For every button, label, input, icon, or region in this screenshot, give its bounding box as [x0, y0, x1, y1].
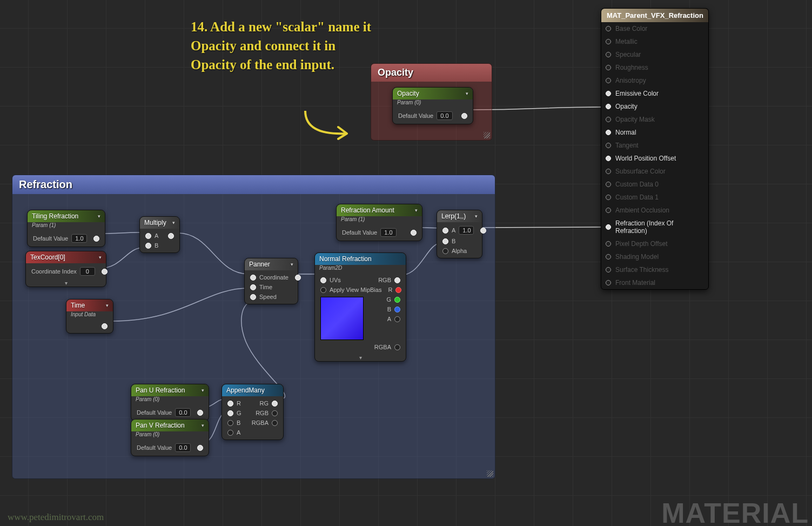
node-lerp[interactable]: Lerp(1,,)▾ A1.0 B Alpha [437, 210, 482, 258]
node-pan-u[interactable]: Pan U Refraction▾ Param (0) Default Valu… [131, 384, 209, 421]
node-panner[interactable]: Panner▾ Coordinate Time Speed [244, 258, 298, 304]
input-pin[interactable] [606, 143, 611, 148]
output-pin[interactable] [197, 445, 203, 451]
input-pin[interactable] [606, 182, 611, 187]
node-refraction-amount[interactable]: Refraction Amount▾ Param (1) Default Val… [336, 204, 422, 241]
value-input[interactable]: 0.0 [175, 443, 191, 452]
pin-time[interactable] [250, 284, 256, 290]
pin-speed[interactable] [250, 294, 256, 300]
input-pin[interactable] [606, 39, 611, 44]
material-pin-tangent[interactable]: Tangent [601, 139, 708, 152]
node-header[interactable]: Panner▾ [245, 258, 298, 270]
input-pin[interactable] [606, 280, 611, 285]
chevron-down-icon[interactable]: ▾ [291, 262, 293, 267]
material-pin-refraction-index-of-refraction-[interactable]: Refraction (Index Of Refraction) [601, 217, 708, 237]
pin-rg-out[interactable] [272, 401, 278, 407]
pin-a[interactable] [394, 316, 400, 322]
pin-r-in[interactable] [227, 401, 233, 407]
material-output-node[interactable]: MAT_Parent_VFX_Refraction Base ColorMeta… [601, 8, 709, 290]
value-input[interactable]: 0.0 [437, 111, 452, 120]
pin-b-in[interactable] [227, 420, 233, 426]
input-pin[interactable] [606, 117, 611, 122]
node-header[interactable]: AppendMany [222, 384, 283, 396]
node-header[interactable]: Time▾ [66, 299, 113, 311]
expand-toggle[interactable]: ▾ [26, 279, 106, 287]
material-pin-opacity[interactable]: Opacity [601, 100, 708, 113]
node-time[interactable]: Time▾ Input Data [66, 299, 113, 334]
node-header[interactable]: Lerp(1,,)▾ [437, 210, 482, 222]
material-pin-roughness[interactable]: Roughness [601, 61, 708, 74]
node-header[interactable]: Opacity▾ [393, 88, 473, 99]
material-pin-custom-data-0[interactable]: Custom Data 0 [601, 178, 708, 191]
material-pin-world-position-offset[interactable]: World Position Offset [601, 152, 708, 165]
pin-r[interactable] [395, 287, 401, 293]
node-header[interactable]: Tiling Refraction▾ [28, 210, 105, 222]
pin-a[interactable] [145, 233, 151, 239]
pin-b[interactable] [145, 243, 151, 249]
output-pin[interactable] [461, 113, 467, 119]
chevron-down-icon[interactable]: ▾ [202, 423, 204, 428]
input-pin[interactable] [606, 208, 611, 213]
resize-grip[interactable] [484, 132, 490, 138]
material-pin-shading-model[interactable]: Shading Model [601, 250, 708, 263]
material-pin-surface-thickness[interactable]: Surface Thickness [601, 263, 708, 276]
chevron-down-icon[interactable]: ▾ [466, 91, 468, 96]
input-pin[interactable] [606, 26, 611, 31]
node-multiply[interactable]: Multiply▾ A B [139, 216, 180, 253]
input-pin[interactable] [606, 267, 611, 272]
material-pin-metallic[interactable]: Metallic [601, 35, 708, 48]
material-pin-pixel-depth-offset[interactable]: Pixel Depth Offset [601, 237, 708, 250]
material-pin-front-material[interactable]: Front Material [601, 276, 708, 289]
value-input[interactable]: 1.0 [71, 234, 87, 243]
pin-rgb-out[interactable] [272, 410, 278, 416]
input-pin[interactable] [606, 195, 611, 200]
pin-alpha[interactable] [442, 248, 448, 254]
pin-mip[interactable] [320, 287, 326, 293]
pin-rgba-out[interactable] [272, 420, 278, 426]
output-pin[interactable] [480, 228, 486, 234]
node-header[interactable]: TexCoord[0]▾ [26, 251, 106, 263]
material-pin-custom-data-1[interactable]: Custom Data 1 [601, 191, 708, 204]
input-pin[interactable] [606, 65, 611, 70]
value-input[interactable]: 1.0 [380, 228, 396, 237]
material-pin-opacity-mask[interactable]: Opacity Mask [601, 113, 708, 126]
value-input[interactable]: 0 [80, 267, 95, 276]
pin-b[interactable] [394, 307, 400, 312]
material-pin-specular[interactable]: Specular [601, 48, 708, 61]
output-pin[interactable] [102, 269, 108, 275]
chevron-down-icon[interactable]: ▾ [172, 220, 175, 225]
node-normal-refraction[interactable]: Normal Refraction Param2D UVsRGB Apply V… [314, 252, 406, 362]
material-pin-emissive-color[interactable]: Emissive Color [601, 87, 708, 100]
node-tiling-refraction[interactable]: Tiling Refraction▾ Param (1) Default Val… [27, 210, 105, 247]
node-append-many[interactable]: AppendMany RRG GRGB BRGBA A [222, 384, 284, 440]
chevron-down-icon[interactable]: ▾ [99, 255, 102, 260]
chevron-down-icon[interactable]: ▾ [475, 214, 478, 219]
output-pin[interactable] [197, 410, 203, 416]
chevron-down-icon[interactable]: ▾ [415, 208, 418, 213]
pin-rgb[interactable] [394, 277, 400, 283]
input-pin[interactable] [606, 130, 611, 135]
pin-a[interactable] [442, 228, 448, 234]
value-input[interactable]: 0.0 [175, 408, 191, 417]
pin-rgba[interactable] [394, 344, 400, 350]
input-pin[interactable] [606, 78, 611, 83]
input-pin[interactable] [606, 91, 611, 96]
input-pin[interactable] [606, 169, 611, 174]
output-pin[interactable] [295, 275, 301, 281]
output-pin[interactable] [93, 236, 99, 242]
input-pin[interactable] [606, 156, 611, 161]
node-header[interactable]: Refraction Amount▾ [337, 204, 422, 216]
expand-toggle[interactable]: ▾ [315, 354, 406, 361]
output-pin[interactable] [411, 230, 417, 236]
node-header[interactable]: Normal Refraction [315, 253, 406, 265]
node-pan-v[interactable]: Pan V Refraction▾ Param (0) Default Valu… [131, 419, 209, 456]
material-pin-base-color[interactable]: Base Color [601, 22, 708, 35]
value-input[interactable]: 1.0 [459, 226, 474, 235]
input-pin[interactable] [606, 224, 611, 230]
pin-b[interactable] [442, 238, 448, 244]
input-pin[interactable] [606, 104, 611, 109]
pin-uvs[interactable] [320, 277, 326, 283]
pin-g[interactable] [394, 297, 400, 303]
output-pin[interactable] [168, 233, 174, 239]
material-pin-subsurface-color[interactable]: Subsurface Color [601, 165, 708, 178]
